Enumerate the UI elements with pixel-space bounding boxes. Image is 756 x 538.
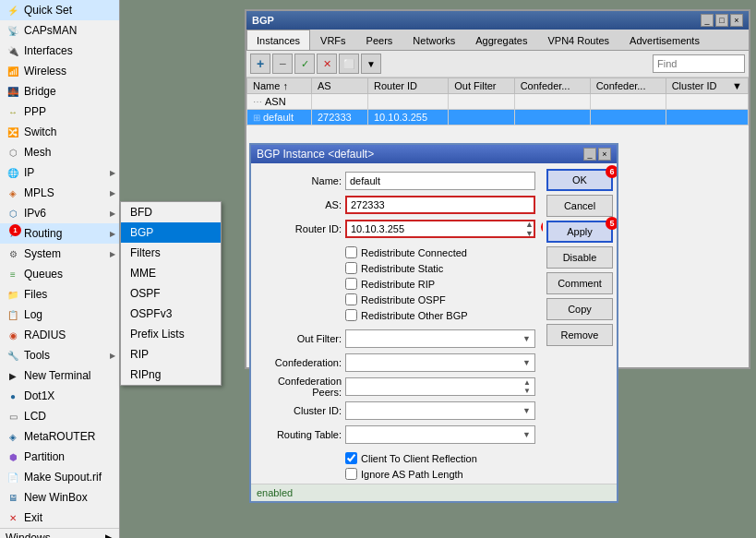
sidebar-item-mesh[interactable]: ⬡ Mesh <box>0 142 119 162</box>
col-as[interactable]: AS <box>311 78 367 94</box>
sidebar-item-lcd[interactable]: ▭ LCD <box>0 406 119 426</box>
router-id-input[interactable] <box>345 220 535 238</box>
sidebar-item-system[interactable]: ⚙ System ▶ <box>0 244 119 264</box>
tab-instances-label: Instances <box>257 35 300 46</box>
cluster-id-select[interactable]: ▼ <box>345 401 535 420</box>
submenu-item-bfd[interactable]: BFD <box>121 202 221 222</box>
sidebar-item-ip[interactable]: 🌐 IP ▶ <box>0 162 119 183</box>
table-row[interactable]: ⋯ASN <box>247 94 749 110</box>
ok-button[interactable]: OK <box>546 169 613 191</box>
add-button[interactable]: + <box>250 54 270 74</box>
redistribute-ospf-label: Redistribute OSPF <box>361 294 446 305</box>
tab-peers[interactable]: Peers <box>356 30 403 50</box>
sidebar-item-metarouter[interactable]: ◈ MetaROUTER <box>0 426 119 447</box>
col-cluster-id[interactable]: Cluster ID ▼ <box>666 78 748 94</box>
tab-advertisements-label: Advertisements <box>630 35 700 46</box>
col-confed2[interactable]: Confeder... <box>590 78 666 94</box>
chevron-right-icon: ▶ <box>110 250 115 258</box>
submenu-item-ripng[interactable]: RIPng <box>121 365 221 385</box>
apply-button[interactable]: Apply <box>546 221 613 243</box>
sidebar-item-tools[interactable]: 🔧 Tools ▶ <box>0 345 119 365</box>
minimize-button[interactable]: _ <box>701 14 714 27</box>
ignore-as-path-checkbox[interactable] <box>345 468 357 480</box>
sidebar-item-dot1x[interactable]: ● Dot1X <box>0 386 119 406</box>
maximize-button[interactable]: □ <box>715 14 728 27</box>
submenu-item-mme[interactable]: MME <box>121 263 221 283</box>
col-confed1[interactable]: Confeder... <box>514 78 590 94</box>
remove-button[interactable]: − <box>272 54 293 74</box>
sidebar-item-interfaces[interactable]: 🔌 Interfaces <box>0 41 119 61</box>
col-out-filter[interactable]: Out Filter <box>449 78 514 94</box>
submenu-item-prefixlists[interactable]: Prefix Lists <box>121 324 221 344</box>
submenu-item-bgp[interactable]: BGP <box>121 222 221 243</box>
cancel-button[interactable]: Cancel <box>546 195 613 217</box>
col-name[interactable]: Name ↑ <box>247 78 312 94</box>
cell-name: ⊞default <box>247 110 312 126</box>
enable-button[interactable]: ✓ <box>294 54 315 74</box>
sidebar-item-wireless[interactable]: 📶 Wireless <box>0 61 119 81</box>
out-filter-select[interactable]: ▼ <box>345 329 535 348</box>
sidebar-item-queues[interactable]: ≡ Queues <box>0 264 119 284</box>
bgp-window-titlebar: BGP _ □ × <box>246 11 749 30</box>
redistribute-ospf-checkbox[interactable] <box>345 293 357 305</box>
dialog-close-button[interactable]: × <box>598 148 611 161</box>
redistribute-connected-checkbox[interactable] <box>345 246 357 258</box>
disable-button[interactable]: ✕ <box>317 54 337 74</box>
sidebar-item-radius[interactable]: ◉ RADIUS <box>0 325 119 345</box>
tab-aggregates[interactable]: Aggregates <box>465 30 537 50</box>
redistribute-other-bgp-checkbox[interactable] <box>345 309 357 321</box>
submenu-item-ospfv3[interactable]: OSPFv3 <box>121 304 221 324</box>
sidebar-item-mpls[interactable]: ◈ MPLS ▶ <box>0 183 119 203</box>
routing-table-select[interactable]: ▼ <box>345 425 535 444</box>
submenu-item-label: MME <box>130 267 156 280</box>
submenu-item-ospf[interactable]: OSPF <box>121 283 221 304</box>
confederation-select[interactable]: ▼ <box>345 353 535 372</box>
sidebar-item-files[interactable]: 📁 Files <box>0 284 119 305</box>
confederation-peers-select[interactable]: ▲▼ <box>345 377 535 396</box>
submenu-item-filters[interactable]: Filters <box>121 243 221 263</box>
routing-submenu: BFD BGP Filters MME OSPF OSPFv3 Prefix L… <box>120 201 222 386</box>
sidebar-item-bridge[interactable]: 🌉 Bridge <box>0 81 119 102</box>
find-input[interactable] <box>653 54 745 73</box>
sidebar-item-newterminal[interactable]: ▶ New Terminal <box>0 365 119 386</box>
sidebar-item-partition[interactable]: ⬢ Partition <box>0 447 119 467</box>
sidebar-windows[interactable]: Windows ▶ <box>0 528 119 538</box>
tab-advertisements[interactable]: Advertisements <box>619 30 710 50</box>
router-id-badge: 4 <box>541 221 543 233</box>
dialog-minimize-button[interactable]: _ <box>583 148 596 161</box>
sidebar-item-log[interactable]: 📋 Log <box>0 305 119 325</box>
router-id-spinner[interactable]: ▲▼ <box>525 220 534 238</box>
redistribute-rip-checkbox[interactable] <box>345 278 357 290</box>
submenu-item-rip[interactable]: RIP <box>121 344 221 365</box>
sidebar-item-makesupout[interactable]: 📄 Make Supout.rif <box>0 467 119 487</box>
redistribute-static-checkbox[interactable] <box>345 262 357 274</box>
client-to-client-checkbox[interactable] <box>345 452 357 464</box>
tab-vrfs[interactable]: VRFs <box>310 30 356 50</box>
sidebar-item-exit[interactable]: ✕ Exit <box>0 508 119 528</box>
sidebar-item-routing[interactable]: ↗ Routing ▶ 1 <box>0 223 119 244</box>
as-input[interactable] <box>345 196 535 214</box>
routing-badge: 1 <box>9 224 21 236</box>
filter-button[interactable]: ▼ <box>361 54 381 74</box>
tab-vpn4routes[interactable]: VPN4 Routes <box>537 30 619 50</box>
tab-instances[interactable]: Instances <box>246 30 310 50</box>
table-row[interactable]: ⊞default 272333 10.10.3.255 <box>247 110 749 126</box>
sidebar-item-label: Switch <box>24 126 114 138</box>
disable-button[interactable]: Disable <box>546 246 613 269</box>
sidebar-item-ipv6[interactable]: ⬡ IPv6 ▶ <box>0 203 119 223</box>
log-icon: 📋 <box>6 307 20 322</box>
comment-button[interactable]: Comment <box>546 272 613 294</box>
col-router-id[interactable]: Router ID <box>367 78 448 94</box>
sidebar-item-newwinbox[interactable]: 🖥 New WinBox <box>0 487 119 508</box>
sidebar-item-switch[interactable]: 🔀 Switch <box>0 122 119 142</box>
sidebar-item-ppp[interactable]: ↔ PPP <box>0 102 119 122</box>
tab-networks[interactable]: Networks <box>402 30 465 50</box>
remove-button[interactable]: Remove <box>546 324 613 346</box>
sidebar-item-capsman[interactable]: 📡 CAPsMAN <box>0 20 119 41</box>
copy-button[interactable]: Copy <box>546 298 613 320</box>
close-button[interactable]: × <box>730 14 743 27</box>
name-input[interactable] <box>345 172 535 190</box>
copy-toolbar-button[interactable]: ⬜ <box>339 54 359 74</box>
sidebar-item-quickset[interactable]: ⚡ Quick Set <box>0 0 119 20</box>
submenu-item-label: BGP <box>130 226 153 239</box>
